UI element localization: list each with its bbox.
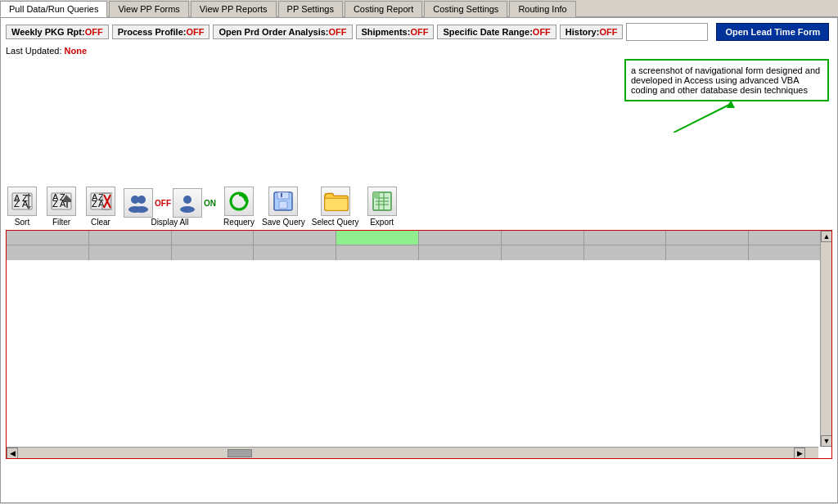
requery-button[interactable]: Requery xyxy=(223,187,255,227)
tab-routing-info[interactable]: Routing Info xyxy=(509,1,575,17)
toggle-specific-date[interactable]: Specific Date Range:OFF xyxy=(437,25,556,39)
tab-bar: Pull Data/Run Queries View PP Forms View… xyxy=(0,0,838,17)
search-input[interactable] xyxy=(626,23,708,41)
tab-costing-settings[interactable]: Costing Settings xyxy=(424,1,507,17)
grid-content xyxy=(7,260,831,459)
clear-label: Clear xyxy=(91,218,110,227)
main-content: Weekly PKG Rpt:OFF Process Profile:OFF O… xyxy=(0,17,838,503)
display-all-on-icon xyxy=(173,188,202,218)
clear-icon: A Z Z A xyxy=(86,187,115,216)
tooltip-box: a screenshot of navigational form design… xyxy=(624,59,829,101)
grid-row-cell-9 xyxy=(666,245,749,260)
grid-header-cell-10 xyxy=(749,231,831,245)
svg-point-25 xyxy=(137,196,146,204)
arrow-line xyxy=(674,100,739,133)
scroll-down-arrow[interactable]: ▼ xyxy=(821,435,832,447)
svg-rect-35 xyxy=(281,193,282,197)
grid-header xyxy=(7,231,831,245)
save-query-icon xyxy=(268,187,298,216)
tab-costing-report[interactable]: Costing Report xyxy=(345,1,422,17)
grid-header-cell-7 xyxy=(502,231,584,245)
grid-header-cell-4 xyxy=(254,231,336,245)
clear-button[interactable]: A Z Z A Clear xyxy=(84,187,117,227)
svg-text:Z: Z xyxy=(14,199,20,209)
horizontal-scrollbar: ◀ ▶ xyxy=(7,447,818,458)
toggle-row: Weekly PKG Rpt:OFF Process Profile:OFF O… xyxy=(6,23,832,41)
grid-row-cell-5 xyxy=(336,245,419,260)
filter-icon: A Z Z A xyxy=(47,187,76,216)
grid-row-cell-2 xyxy=(89,245,172,260)
grid-header-cell-5-selected xyxy=(336,231,419,245)
scroll-right-arrow[interactable]: ▶ xyxy=(794,448,805,459)
sort-label: Sort xyxy=(15,218,29,227)
sort-icon: A Z Z A xyxy=(7,187,37,216)
last-updated-row: Last Updated: None xyxy=(6,46,832,56)
display-all-button[interactable]: OFF ON Display All xyxy=(124,188,216,227)
vertical-scrollbar: ▲ ▼ xyxy=(820,231,831,447)
toggle-process-profile[interactable]: Process Profile:OFF xyxy=(112,25,210,39)
select-query-icon xyxy=(321,187,350,216)
toolbar: A Z Z A Sort A Z Z A xyxy=(6,187,832,227)
display-all-label: Display All xyxy=(151,218,188,227)
select-query-label: Select Query xyxy=(312,218,359,227)
tab-view-pp-forms[interactable]: View PP Forms xyxy=(109,1,188,17)
toggle-open-prd-order[interactable]: Open Prd Order Analysis:OFF xyxy=(213,25,352,39)
grid-header-cell-3 xyxy=(172,231,255,245)
requery-label: Requery xyxy=(223,218,255,227)
display-on-badge: ON xyxy=(204,199,216,208)
scroll-up-arrow[interactable]: ▲ xyxy=(821,231,832,242)
tab-pull-data[interactable]: Pull Data/Run Queries xyxy=(0,1,107,17)
open-lead-time-button[interactable]: Open Lead Time Form xyxy=(716,23,829,41)
select-query-button[interactable]: Select Query xyxy=(312,187,359,227)
grid-row-cell-1 xyxy=(7,245,89,260)
save-query-label: Save Query xyxy=(262,218,305,227)
scroll-thumb-h[interactable] xyxy=(228,449,252,457)
svg-point-29 xyxy=(180,206,195,213)
grid-row-cell-3 xyxy=(172,245,255,260)
svg-text:Z: Z xyxy=(92,199,97,209)
scroll-left-arrow[interactable]: ◀ xyxy=(7,448,18,459)
sort-button[interactable]: A Z Z A Sort xyxy=(6,187,38,227)
requery-icon xyxy=(224,187,254,216)
toggle-shipments[interactable]: Shipments:OFF xyxy=(356,25,435,39)
export-label: Export xyxy=(370,218,394,227)
grid-row-cell-7 xyxy=(502,245,584,260)
svg-point-27 xyxy=(135,206,148,213)
svg-line-0 xyxy=(674,104,731,133)
filter-label: Filter xyxy=(52,218,70,227)
grid-header-cell-1 xyxy=(7,231,89,245)
grid-header-cell-2 xyxy=(89,231,172,245)
tab-pp-settings[interactable]: PP Settings xyxy=(278,1,343,17)
filter-button[interactable]: A Z Z A Filter xyxy=(45,187,78,227)
data-grid: ◀ ▶ ▲ ▼ xyxy=(6,230,832,459)
svg-rect-42 xyxy=(373,192,379,198)
grid-header-cell-9 xyxy=(666,231,749,245)
export-icon xyxy=(367,187,397,216)
tooltip-text: a screenshot of navigational form design… xyxy=(631,65,820,95)
export-button[interactable]: Export xyxy=(366,187,399,227)
svg-point-28 xyxy=(183,196,191,204)
grid-row-cell-10 xyxy=(749,245,831,260)
svg-rect-34 xyxy=(279,201,287,209)
toggle-weekly-pkg[interactable]: Weekly PKG Rpt:OFF xyxy=(6,25,109,39)
grid-row-cell-4 xyxy=(254,245,336,260)
display-off-badge: OFF xyxy=(155,199,171,208)
scroll-thumb-v xyxy=(821,242,831,435)
svg-text:Z: Z xyxy=(52,199,58,209)
grid-header-cell-8 xyxy=(584,231,667,245)
last-updated-label: Last Updated: xyxy=(6,46,62,56)
grid-header-cell-6 xyxy=(419,231,502,245)
grid-row-header xyxy=(7,245,831,260)
last-updated-value: None xyxy=(65,46,88,56)
svg-rect-33 xyxy=(277,192,289,199)
grid-row-cell-6 xyxy=(419,245,502,260)
display-all-off-icon xyxy=(124,188,153,218)
grid-row-cell-8 xyxy=(584,245,667,260)
tab-view-pp-reports[interactable]: View PP Reports xyxy=(191,1,277,17)
save-query-button[interactable]: Save Query xyxy=(262,187,305,227)
toggle-history[interactable]: History:OFF xyxy=(560,25,624,39)
